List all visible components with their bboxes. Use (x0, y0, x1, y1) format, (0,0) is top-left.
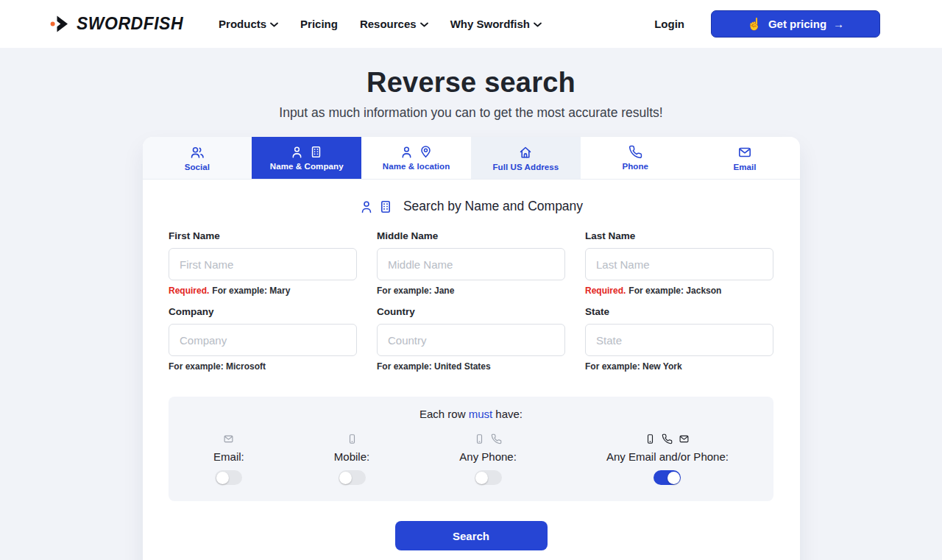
phone-icon (491, 433, 502, 444)
nav-why-swordfish[interactable]: Why Swordfish (450, 18, 542, 30)
field-label: Last Name (585, 230, 773, 241)
smartphone-icon (645, 433, 656, 444)
phone-icon (628, 145, 642, 159)
building-icon (309, 145, 323, 159)
people-icon (190, 145, 205, 160)
swordfish-logo[interactable]: SWORDFISH (50, 14, 183, 34)
tab-name-company[interactable]: Name & Company (252, 137, 361, 179)
field-label: First Name (169, 230, 357, 241)
home-icon (518, 145, 533, 160)
person-icon (290, 145, 304, 159)
toggle-group-mobile: Mobile: (334, 433, 369, 485)
toggle-group-any-email-phone: Any Email and/or Phone: (606, 433, 729, 485)
state-input[interactable] (585, 324, 773, 356)
building-icon (378, 199, 393, 214)
row-requirements-box: Each row must have: Email: Mobile: (169, 397, 773, 501)
toggle-group-email: Email: (213, 433, 244, 485)
field-country: Country For example: United States (377, 306, 565, 372)
search-form: First Name Required.For example: Mary Mi… (169, 230, 773, 372)
toggle-group-any-phone: Any Phone: (459, 433, 517, 485)
tab-phone[interactable]: Phone (581, 137, 690, 179)
field-helper: Required.For example: Mary (169, 286, 357, 296)
field-label: Country (377, 306, 565, 317)
smartphone-icon (347, 433, 358, 444)
envelope-icon (679, 433, 690, 444)
field-middle-name: Middle Name For example: Jane (377, 230, 565, 296)
field-helper: For example: Microsoft (169, 361, 357, 372)
nav-resources[interactable]: Resources (360, 18, 428, 30)
field-last-name: Last Name Required.For example: Jackson (585, 230, 773, 296)
requirements-title: Each row must have: (169, 408, 773, 420)
arrow-right-icon: → (833, 18, 844, 30)
tab-full-us-address[interactable]: Full US Address (471, 137, 581, 179)
email-toggle[interactable] (215, 470, 242, 485)
field-helper: For example: Jane (377, 286, 565, 296)
country-input[interactable] (377, 324, 565, 356)
tab-name-location[interactable]: Name & location (361, 137, 471, 179)
search-button[interactable]: Search (395, 521, 548, 550)
tab-email[interactable]: Email (690, 137, 800, 179)
reverse-search-card: Social Name & Company (143, 137, 800, 560)
nav-pricing[interactable]: Pricing (300, 18, 338, 30)
brand-name: SWORDFISH (77, 14, 183, 34)
get-pricing-button[interactable]: ☝ Get pricing → (711, 10, 880, 38)
hero-section: Reverse search Input as much information… (0, 48, 942, 121)
login-button[interactable]: Login (654, 18, 684, 30)
last-name-input[interactable] (585, 248, 773, 280)
envelope-icon (737, 145, 752, 160)
field-company: Company For example: Microsoft (169, 306, 357, 372)
header-actions: Login ☝ Get pricing → (654, 10, 880, 38)
field-label: State (585, 306, 773, 317)
person-icon (400, 145, 414, 159)
field-label: Company (169, 306, 357, 317)
tab-social[interactable]: Social (143, 137, 252, 179)
chevron-down-icon (534, 22, 542, 27)
swordfish-logo-icon (50, 14, 70, 34)
page-subtitle: Input as much information you can to get… (0, 105, 942, 121)
nav-products[interactable]: Products (219, 18, 278, 30)
any-phone-toggle[interactable] (475, 470, 502, 485)
phone-icon (662, 433, 673, 444)
envelope-icon (223, 433, 234, 444)
field-helper: Required.For example: Jackson (585, 286, 773, 296)
field-first-name: First Name Required.For example: Mary (169, 230, 357, 296)
smartphone-icon (474, 433, 485, 444)
section-heading: Search by Name and Company (143, 199, 800, 214)
main-nav: Products Pricing Resources Why Swordfish (219, 18, 542, 30)
first-name-input[interactable] (169, 248, 357, 280)
page-title: Reverse search (0, 67, 942, 99)
tap-hand-icon: ☝ (747, 18, 762, 30)
field-state: State For example: New York (585, 306, 773, 372)
person-icon (359, 199, 374, 214)
field-helper: For example: United States (377, 361, 565, 372)
location-pin-icon (419, 145, 433, 159)
chevron-down-icon (420, 22, 428, 27)
company-input[interactable] (169, 324, 357, 356)
top-navigation-bar: SWORDFISH Products Pricing Resources Why… (0, 0, 942, 48)
search-type-tabs: Social Name & Company (143, 137, 800, 180)
any-email-phone-toggle[interactable] (654, 470, 681, 485)
field-helper: For example: New York (585, 361, 773, 372)
mobile-toggle[interactable] (339, 470, 366, 485)
chevron-down-icon (270, 22, 278, 27)
section-title: Search by Name and Company (403, 199, 583, 214)
middle-name-input[interactable] (377, 248, 565, 280)
field-label: Middle Name (377, 230, 565, 241)
